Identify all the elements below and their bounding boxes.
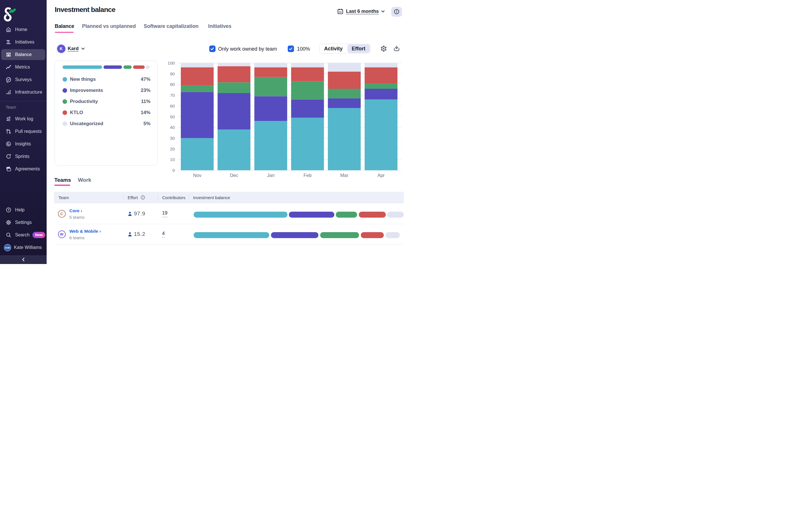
svg-text:30: 30 [170,136,175,141]
svg-text:Dec: Dec [230,173,238,178]
svg-text:50: 50 [170,114,175,119]
svg-text:40: 40 [170,125,175,130]
svg-text:90: 90 [170,71,175,76]
svg-text:Apr: Apr [377,173,385,178]
svg-text:Nov: Nov [193,173,202,178]
svg-text:Feb: Feb [303,173,311,178]
svg-text:0: 0 [172,168,175,173]
svg-text:?: ? [8,208,10,212]
svg-text:80: 80 [170,82,175,87]
svg-text:100: 100 [168,61,175,66]
svg-text:20: 20 [170,146,175,151]
svg-text:Jan: Jan [267,173,275,178]
svg-text:Mar: Mar [340,173,349,178]
svg-text:10: 10 [170,157,175,162]
svg-text:60: 60 [170,103,175,109]
svg-text:70: 70 [170,93,175,98]
